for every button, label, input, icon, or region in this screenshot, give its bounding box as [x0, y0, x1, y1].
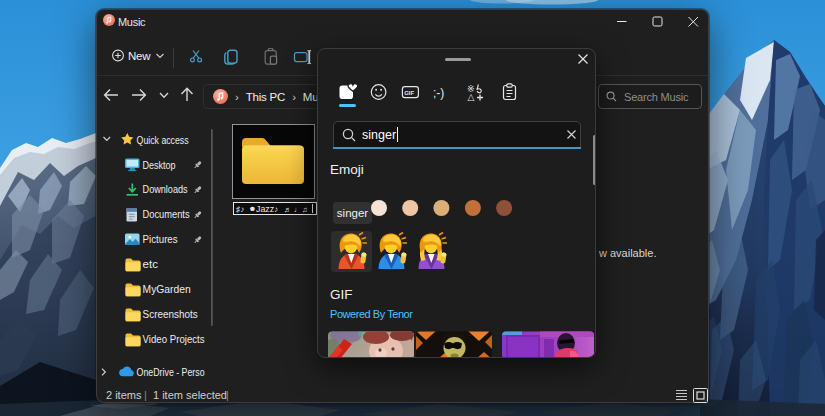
svg-text:△: △	[468, 92, 475, 101]
svg-text:etc: etc	[143, 258, 159, 270]
svg-text:♯♪: ♯♪	[236, 204, 244, 214]
svg-text:Jazz: Jazz	[256, 204, 274, 214]
svg-text:GIF: GIF	[404, 90, 414, 96]
svg-text:Downloads: Downloads	[143, 183, 188, 195]
svg-text:Quick access: Quick access	[137, 134, 189, 146]
svg-text:♩: ♩	[294, 205, 302, 214]
svg-text:♫: ♫	[302, 205, 308, 214]
svg-text:Screenshots: Screenshots	[143, 308, 198, 320]
svg-text:♪: ♪	[274, 204, 278, 214]
svg-text:;-): ;-)	[433, 86, 444, 100]
svg-text:♬: ♬	[284, 205, 292, 214]
svg-text:New: New	[128, 50, 151, 62]
svg-text:Desktop: Desktop	[143, 159, 176, 171]
svg-text:Pictures: Pictures	[143, 233, 178, 245]
svg-text:Documents: Documents	[143, 208, 190, 220]
svg-text:Video Projects: Video Projects	[143, 333, 205, 345]
svg-text:OneDrive - Perso: OneDrive - Perso	[137, 366, 205, 378]
svg-text:MyGarden: MyGarden	[143, 283, 191, 295]
